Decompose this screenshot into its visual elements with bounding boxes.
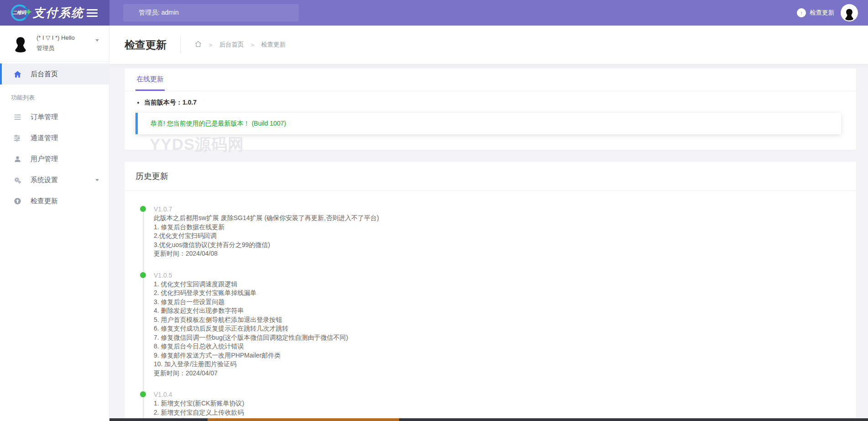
sidebar-item-settings[interactable]: 系统设置 — [0, 169, 109, 190]
changelog-lines: 1. 新增支付宝(新CK新账单协议) 2. 新增支付宝自定义上传收款码 3. 修… — [154, 399, 856, 421]
qrcode-logo-icon: 二维码 ✦ — [11, 4, 31, 22]
chevron-right-icon: > — [209, 42, 213, 48]
admin-identity-pill: 管理员: admin — [123, 4, 299, 21]
current-version-row: 当前版本号：1.0.7 — [137, 99, 856, 107]
timeline-entry-v105: V1.0.5 1. 优化支付宝回调速度跟逻辑 2. 优化扫码登录支付宝账单掉线漏… — [140, 271, 856, 378]
changelog-line: 7. 修复微信回调一些bug(这个版本微信回调稳定性自测由于微信不同) — [154, 333, 856, 342]
arrow-up-circle-icon — [13, 196, 22, 205]
breadcrumb: > 后台首页 > 检查更新 — [194, 40, 286, 49]
sidebar-item-home[interactable]: 后台首页 — [0, 63, 109, 84]
hamburger-menu-icon[interactable] — [87, 7, 98, 19]
sidebar-item-label: 用户管理 — [31, 155, 58, 163]
gears-icon — [13, 175, 22, 184]
arrow-up-circle-icon: ↑ — [797, 8, 806, 17]
changelog-line: 2. 优化扫码登录支付宝账单掉线漏单 — [154, 289, 856, 298]
topbar-right: 管理员: admin ↑ 检查更新 — [109, 0, 868, 26]
timeline-dot — [140, 206, 146, 212]
sidebar-item-check-update[interactable]: 检查更新 — [0, 190, 109, 211]
timeline-dot — [140, 391, 146, 397]
bullet-dot — [137, 102, 139, 104]
user-role: 管理员 — [36, 44, 75, 53]
timeline-dot — [140, 272, 146, 278]
changelog-line: 1. 新增支付宝(新CK新账单协议) — [154, 399, 856, 408]
main-content: 检查更新 > 后台首页 > 检查更新 在线更新 当前版本号：1.0.7 恭喜! — [109, 26, 868, 421]
page-title: 检查更新 — [125, 38, 166, 52]
current-version-text: 当前版本号：1.0.7 — [144, 99, 197, 107]
changelog-line: 1. 优化支付宝回调速度跟逻辑 — [154, 280, 856, 289]
avatar-silhouette-icon — [11, 36, 30, 54]
breadcrumb-item-home[interactable]: 后台首页 — [219, 41, 244, 49]
sidebar-item-label: 通道管理 — [31, 134, 58, 142]
sidebar-menu: 后台首页 功能列表 订单管理 通道管理 — [0, 62, 109, 211]
chevron-down-icon — [95, 179, 99, 181]
latest-version-alert: 恭喜! 您当前使用的已是最新版本！ (Build 1007) — [135, 113, 841, 134]
changelog-line: 2.优化支付宝扫码回调 — [154, 232, 856, 241]
sidebar-item-orders[interactable]: 订单管理 — [0, 106, 109, 127]
chevron-right-icon: > — [251, 42, 255, 48]
online-update-card: 在线更新 当前版本号：1.0.7 恭喜! 您当前使用的已是最新版本！ (Buil… — [125, 68, 856, 150]
sidebar-item-label: 检查更新 — [31, 197, 58, 205]
version-label: V1.0.7 — [154, 205, 856, 214]
header-avatar[interactable] — [841, 4, 858, 21]
sidebar-user-card[interactable]: (* I ▽ I *) Hello 管理员 — [0, 26, 109, 62]
sidebar-item-label: 订单管理 — [31, 113, 58, 121]
sidebar-item-channels[interactable]: 通道管理 — [0, 127, 109, 148]
scrollbar-thumb[interactable] — [208, 418, 399, 421]
topbar-actions: ↑ 检查更新 — [797, 4, 858, 21]
changelog-line: 5. 用户首页模板左侧导航栏添加退出登录按钮 — [154, 316, 856, 325]
changelog-line: 2. 新增支付宝自定义上传收款码 — [154, 408, 856, 417]
changelog-line: 6. 修复支付成功后反复提示正在跳转几次才跳转 — [154, 324, 856, 333]
home-icon[interactable] — [194, 40, 202, 49]
changelog-line: 10. 加入登录/注册图片验证码 — [154, 360, 856, 369]
changelog-line: 3. 修复后台一些设置问题 — [154, 298, 856, 307]
check-update-button[interactable]: ↑ 检查更新 — [797, 8, 834, 17]
sidebar: (* I ▽ I *) Hello 管理员 后台首页 功能列表 订单管理 — [0, 26, 109, 421]
history-update-card: 历史更新 V1.0.7 此版本之后都用sw扩展 废除SG14扩展 (确保你安装了… — [125, 162, 856, 421]
user-greeting: (* I ▽ I *) Hello — [36, 34, 75, 41]
avatar-silhouette-icon — [842, 8, 856, 21]
sliders-icon — [13, 133, 22, 142]
tab-online-update[interactable]: 在线更新 — [135, 68, 165, 91]
sidebar-item-label: 后台首页 — [31, 70, 58, 79]
timeline-entry-v104: V1.0.4 1. 新增支付宝(新CK新账单协议) 2. 新增支付宝自定义上传收… — [140, 390, 856, 421]
horizontal-scrollbar — [109, 418, 868, 421]
breadcrumb-item-current: 检查更新 — [261, 41, 286, 49]
timeline-entry-v107: V1.0.7 此版本之后都用sw扩展 废除SG14扩展 (确保你安装了再更新,否… — [140, 205, 856, 258]
check-update-label: 检查更新 — [810, 9, 834, 17]
sidebar-item-label: 系统设置 — [31, 176, 58, 184]
changelog-lines: 此版本之后都用sw扩展 废除SG14扩展 (确保你安装了再更新,否则进入不了平台… — [154, 214, 856, 258]
user-icon — [13, 154, 22, 163]
tabs-row: 在线更新 — [125, 68, 856, 91]
page-header: 检查更新 > 后台首页 > 检查更新 — [109, 26, 868, 64]
admin-label: 管理员: admin — [139, 9, 179, 17]
brand-title: 支付系统 — [33, 5, 84, 21]
version-label: V1.0.4 — [154, 390, 856, 399]
home-icon — [13, 69, 22, 79]
changelog-date: 更新时间：2024/04/08 — [154, 249, 856, 258]
update-timeline: V1.0.7 此版本之后都用sw扩展 废除SG14扩展 (确保你安装了再更新,否… — [125, 191, 856, 421]
history-title: 历史更新 — [125, 162, 856, 191]
logo-badge-text: 二维码 — [12, 10, 26, 16]
changelog-line: 3.优化uos微信协议(支持百分之99的微信) — [154, 241, 856, 250]
changelog-line: 8. 修复后台今日总收入统计错误 — [154, 342, 856, 351]
changelog-line: 9. 修复邮件发送方式一改用PHPMailer邮件类 — [154, 351, 856, 360]
changelog-date: 更新时间：2024/04/07 — [154, 369, 856, 378]
diamond-icon: ✦ — [25, 7, 33, 17]
sidebar-section-label: 功能列表 — [0, 84, 109, 106]
changelog-lines: 1. 优化支付宝回调速度跟逻辑 2. 优化扫码登录支付宝账单掉线漏单 3. 修复… — [154, 280, 856, 378]
user-meta: (* I ▽ I *) Hello 管理员 — [36, 34, 75, 53]
alert-message: 恭喜! 您当前使用的已是最新版本！ (Build 1007) — [151, 120, 286, 128]
sidebar-item-users[interactable]: 用户管理 — [0, 148, 109, 169]
version-label: V1.0.5 — [154, 271, 856, 280]
chevron-down-icon[interactable] — [95, 39, 99, 42]
changelog-line: 4. 删除发起支付出现参数字符串 — [154, 306, 856, 316]
order-list-icon — [13, 112, 22, 121]
brand-area: 二维码 ✦ 支付系统 — [0, 0, 109, 26]
changelog-line: 1. 修复后台数据在线更新 — [154, 223, 856, 232]
top-header: 二维码 ✦ 支付系统 管理员: admin ↑ 检查更新 — [0, 0, 868, 26]
vertical-divider — [180, 36, 181, 53]
admin-app: 二维码 ✦ 支付系统 管理员: admin ↑ 检查更新 — [0, 0, 868, 421]
changelog-line: 此版本之后都用sw扩展 废除SG14扩展 (确保你安装了再更新,否则进入不了平台… — [154, 214, 856, 223]
sidebar-avatar — [10, 33, 31, 54]
